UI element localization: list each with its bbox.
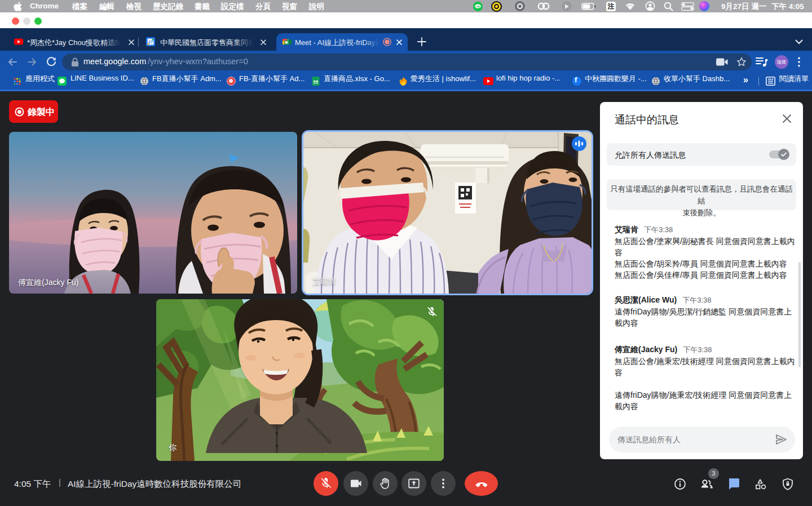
svg-text:LINE: LINE bbox=[476, 6, 480, 8]
svg-text:27: 27 bbox=[148, 39, 153, 45]
